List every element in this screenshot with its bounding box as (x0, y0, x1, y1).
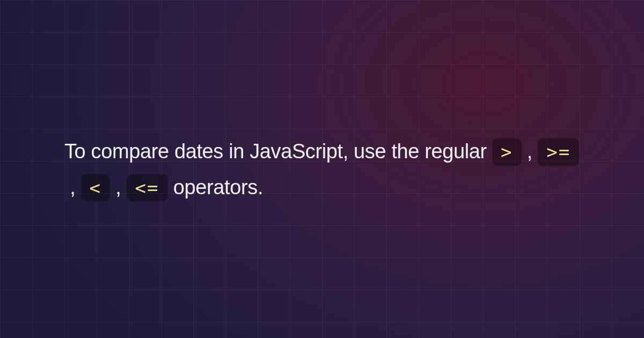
text-suffix: operators. (173, 175, 263, 198)
text-prefix: To compare dates in JavaScript, use the … (64, 140, 492, 163)
card-text: To compare dates in JavaScript, use the … (64, 134, 580, 205)
separator: , (110, 175, 127, 198)
operator-code: < (81, 174, 111, 202)
separator: , (64, 175, 81, 198)
operator-code: <= (127, 174, 168, 202)
separator: , (522, 140, 538, 163)
operator-code: >= (538, 138, 579, 166)
operator-code: > (492, 138, 522, 166)
